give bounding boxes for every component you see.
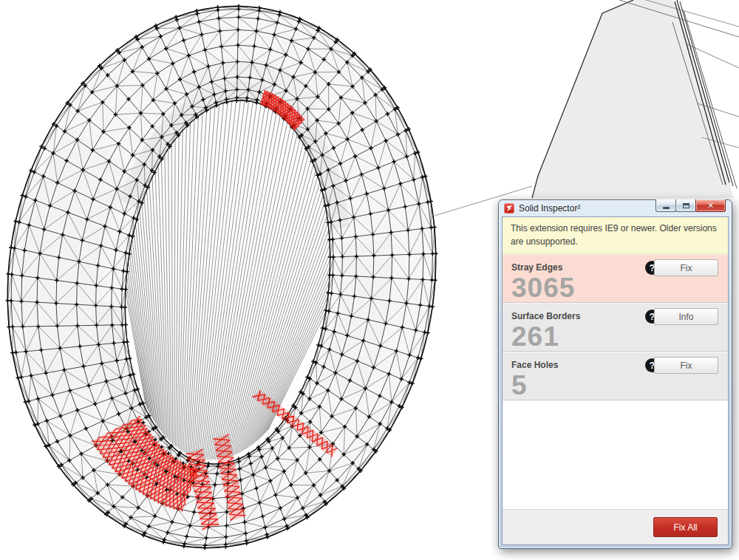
close-icon: ✕: [707, 200, 714, 211]
issue-action-button[interactable]: Fix: [654, 357, 718, 374]
issue-action-button[interactable]: Fix: [654, 259, 718, 276]
issue-actions: ? Info: [645, 308, 718, 325]
solid-inspector-window: Solid Inspector² ✕ This extension requir…: [498, 199, 732, 549]
footer: Fix All: [503, 509, 728, 544]
issue-action-button[interactable]: Info: [654, 308, 718, 325]
issue-label: Stray Edges: [511, 262, 562, 273]
solid-inspector-icon: [504, 203, 514, 214]
issue-count: 3065: [511, 274, 719, 301]
issue-row: Stray Edges 3065 ? Fix: [503, 254, 728, 303]
titlebar[interactable]: Solid Inspector² ✕: [499, 200, 732, 216]
issue-actions: ? Fix: [645, 259, 718, 276]
fix-all-button[interactable]: Fix All: [653, 517, 718, 537]
dialog-client-area: This extension requires IE9 or newer. Ol…: [502, 216, 729, 545]
issue-label: Surface Borders: [511, 311, 580, 321]
issue-row: Surface Borders 261 ? Info: [503, 303, 728, 352]
empty-area: [503, 400, 728, 509]
issue-label: Face Holes: [511, 360, 558, 370]
issue-count: 5: [511, 372, 719, 399]
issue-row: Face Holes 5 ? Fix: [503, 352, 728, 400]
maximize-icon: [683, 203, 689, 208]
minimize-button[interactable]: [655, 199, 676, 212]
notice-banner: This extension requires IE9 or newer. Ol…: [503, 217, 728, 254]
minimize-icon: [663, 207, 670, 209]
close-button[interactable]: ✕: [695, 199, 726, 212]
issue-count: 261: [511, 323, 719, 350]
issue-actions: ? Fix: [645, 357, 718, 374]
window-controls: ✕: [656, 199, 726, 212]
window-title: Solid Inspector²: [519, 203, 580, 214]
maximize-button[interactable]: [675, 199, 696, 212]
issue-rows: Stray Edges 3065 ? Fix Surface Borders 2…: [503, 254, 728, 400]
